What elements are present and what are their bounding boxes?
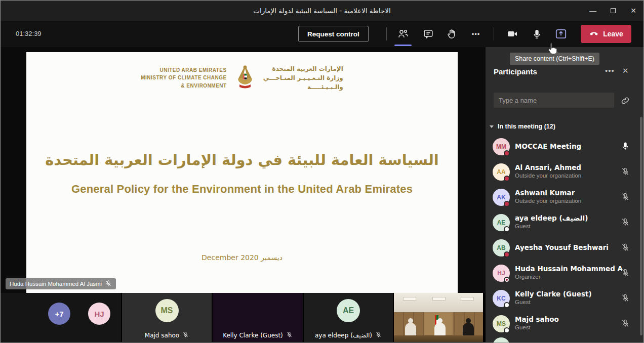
participant-row[interactable]: MSMajd sahooGuest	[486, 311, 644, 336]
maximize-button[interactable]	[603, 1, 623, 21]
participant-role: Outside your organization	[515, 198, 581, 204]
toolbar-divider	[494, 27, 494, 40]
in-this-meeting-section[interactable]: In this meeting (12)	[490, 123, 555, 130]
titlebar: الاحاطة الاعلامية - السياسة البيئية لدول…	[1, 1, 643, 21]
participant-row[interactable]: AEaya eldeep (الضيف)Guest	[486, 210, 644, 235]
search-input[interactable]	[494, 93, 614, 108]
avatar: AE	[337, 299, 360, 322]
minimize-button[interactable]: —	[583, 1, 603, 21]
more-icon: •••	[472, 30, 480, 38]
microphone-icon	[532, 29, 542, 39]
conference-table	[394, 335, 483, 342]
participant-role: Guest	[515, 299, 531, 305]
request-control-button[interactable]: Request control	[298, 26, 369, 42]
raised-hand-icon	[446, 28, 457, 39]
participant-role: Organizer	[515, 274, 541, 280]
participant-row[interactable]: KCKelly Clarke (Guest)Guest	[486, 286, 644, 311]
video-filmstrip: +7HJMSMajd sahoo Kelly Clarke (Guest) AE…	[1, 293, 486, 342]
avatar: MS	[155, 299, 179, 322]
status-badge	[504, 201, 510, 207]
ceiling-light	[461, 297, 474, 301]
minimize-icon: —	[589, 7, 596, 15]
uae-falcon-emblem-icon	[233, 64, 257, 92]
ceiling-light	[403, 297, 416, 301]
participant-role: Guest	[515, 324, 531, 330]
camera-button[interactable]	[503, 25, 522, 43]
participant-row[interactable]: ABAyesha Yousuf Beshwari	[486, 235, 644, 261]
more-icon: •••	[605, 66, 615, 75]
panel-more-button[interactable]: •••	[605, 66, 615, 75]
mic-on-icon[interactable]	[621, 142, 630, 153]
participant-name: Ayesha Yousuf Beshwari	[515, 243, 622, 251]
toolbar-divider	[386, 27, 387, 40]
share-content-button[interactable]	[551, 25, 571, 43]
tile-name-label: Majd sahoo	[122, 331, 212, 339]
participant-name: Huda Hussain Mohammed Al ...	[515, 265, 622, 273]
camera-icon	[506, 28, 518, 40]
phone-down-icon	[589, 28, 599, 40]
tile-name: Kelly Clarke (Guest)	[223, 332, 283, 339]
chat-button[interactable]	[419, 25, 438, 43]
link-icon	[620, 99, 630, 107]
mic-muted-icon[interactable]	[621, 192, 630, 203]
chat-icon	[423, 28, 434, 39]
share-screen-icon	[554, 27, 568, 40]
section-label: In this meeting (12)	[498, 123, 555, 130]
tile-name-label: Kelly Clarke (Guest)	[213, 331, 303, 339]
mic-muted-icon[interactable]	[621, 167, 630, 178]
chevron-down-icon	[490, 125, 494, 128]
more-actions-button[interactable]: •••	[466, 25, 486, 43]
mic-muted-icon[interactable]	[621, 293, 630, 305]
participant-tile[interactable]: MSMajd sahoo	[122, 293, 212, 342]
mic-muted-icon[interactable]	[621, 268, 630, 279]
panel-close-button[interactable]: ✕	[622, 66, 629, 75]
mic-muted-icon[interactable]	[621, 218, 630, 229]
person	[463, 323, 474, 336]
participant-row[interactable]: HJHuda Hussain Mohammed Al ...Organizer	[486, 261, 644, 286]
participant-name: Kelly Clarke (Guest)	[515, 290, 622, 298]
ministry-name-arabic: الإمارات العربية المتحدة وزارة التـغـيـي…	[263, 64, 343, 92]
mic-muted-icon	[375, 331, 382, 339]
copy-link-button[interactable]	[620, 96, 630, 108]
ceiling-light	[432, 297, 446, 301]
mic-muted-icon[interactable]	[621, 319, 630, 330]
meeting-toolbar: 01:32:39 Request control	[1, 21, 643, 47]
status-badge	[504, 226, 510, 232]
participant-name: Ashwani Kumar	[515, 189, 622, 197]
people-icon	[397, 28, 409, 40]
leave-button[interactable]: Leave	[581, 25, 631, 43]
participant-tile[interactable]: AEaya eldeep (الضيف)	[304, 293, 393, 342]
room-ceiling	[394, 293, 483, 312]
status-badge	[504, 176, 510, 182]
close-button[interactable]: ✕	[623, 1, 643, 21]
mic-muted-icon	[286, 331, 293, 339]
panel-title: Participants	[494, 67, 537, 76]
close-icon: ✕	[630, 7, 636, 15]
participants-list: MMMOCCAE Meeting AAAl Ansari, AhmedOutsi…	[486, 134, 644, 342]
microphone-button[interactable]	[527, 25, 546, 43]
participant-row[interactable]: AAAl Ansari, AhmedOutside your organizat…	[486, 159, 644, 185]
ministry-logo: UNITED ARAB EMIRATES MINISTRY OF CLIMATE…	[26, 64, 458, 92]
share-content-tooltip: Share content (Ctrl+Shift+E)	[510, 53, 599, 65]
participant-tile[interactable]: +7HJ	[1, 293, 121, 342]
tile-name-label: aya eldeep (الضيف)	[304, 331, 393, 339]
participant-row[interactable]: AKAshwani KumarOutside your organization	[486, 185, 644, 210]
shared-content-stage: UNITED ARAB EMIRATES MINISTRY OF CLIMATE…	[1, 47, 486, 293]
person	[434, 323, 446, 336]
video-tile[interactable]	[394, 293, 483, 342]
participant-name: Majd sahoo	[515, 315, 622, 323]
status-badge	[504, 251, 510, 258]
participants-button[interactable]	[393, 25, 413, 43]
slide-date: December 2020 ديسمبر	[26, 253, 458, 262]
panel-scrollbar[interactable]	[640, 117, 642, 335]
slide-title-arabic: السياسة العامة للبيئة في دولة الإمارات ا…	[26, 151, 458, 168]
tile-name: aya eldeep (الضيف)	[315, 332, 372, 339]
mic-muted-icon[interactable]	[621, 243, 630, 254]
status-badge	[504, 327, 510, 333]
meeting-timer: 01:32:39	[16, 21, 42, 47]
raise-hand-button[interactable]	[442, 25, 461, 43]
participant-row[interactable]: MMMOCCAE Meeting	[486, 134, 644, 159]
presenter-name: Huda Hussain Mohammed Al Jasmi	[10, 281, 102, 287]
avatar: HJ	[88, 303, 110, 325]
participant-tile[interactable]: Kelly Clarke (Guest)	[213, 293, 303, 342]
